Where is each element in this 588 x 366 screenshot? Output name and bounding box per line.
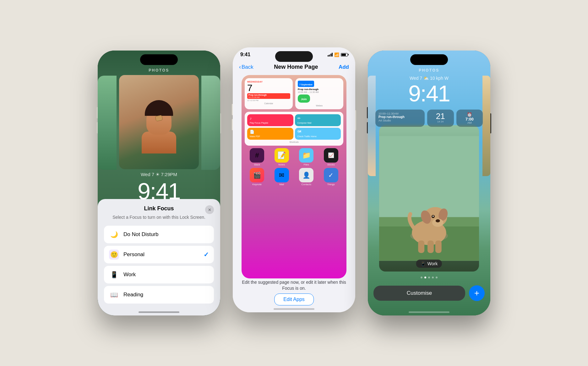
shortcut-play[interactable]: ♪ Play Focus Playlist [247, 114, 293, 126]
back-chevron-icon: ‹ [239, 64, 241, 70]
close-icon: ✕ [208, 207, 211, 212]
lockscreen-time-left: 9:41 [98, 178, 220, 205]
webex-join-label: Join [301, 98, 307, 101]
webex-date-badge: 7 September [298, 81, 314, 87]
play-icon: ♪ [250, 116, 291, 121]
modal-header: Link Focus ✕ [104, 205, 214, 212]
lockscreen-date: Wed 7 ☀ 7:29PM [98, 172, 220, 177]
shortcut-compose[interactable]: ✏ Compose Mail [295, 114, 341, 126]
focus-item-dnd[interactable]: 🌙 Do Not Disturb [104, 226, 214, 243]
svg-rect-12 [418, 240, 424, 253]
link-focus-modal: Link Focus ✕ Select a Focus to turn on w… [98, 199, 220, 315]
dot-3 [428, 277, 430, 278]
modal-subtitle: Select a Focus to turn on with this Lock… [104, 214, 214, 221]
modal-close-button[interactable]: ✕ [205, 205, 214, 214]
right-date-label: Wed 7 ⛅ 10 kph W [368, 76, 490, 81]
center-status-icons: 📶 [328, 52, 348, 57]
dynamic-island [140, 54, 178, 65]
cal-widget-label: Calendar [247, 102, 290, 105]
right-bottom-bar: Customise + [373, 285, 485, 301]
webex-event-time: 10:00 AM – 11:30 AM [298, 91, 341, 93]
compose-icon: ✏ [297, 116, 339, 121]
center-phone: 9:41 📶 ‹ Back New [233, 47, 355, 312]
app-things[interactable]: ✓ Things [324, 168, 338, 186]
focus-item-personal[interactable]: 🙂 Personal ✓ [104, 246, 214, 263]
calendar-widget-right[interactable]: 21 14 24 [427, 110, 454, 127]
work-icon: 📱 [109, 270, 119, 280]
app-mail-label: Mail [279, 183, 284, 186]
phones-container: PHOTOS Wed 7 ☀ 7:29PM 9:41 Link Focus [85, 38, 503, 328]
webex-widget[interactable]: 7 September Prop run-through 10:00 AM – … [295, 78, 343, 109]
svg-point-11 [433, 216, 434, 217]
dog-photo [379, 125, 479, 272]
work-badge-label: Work [427, 261, 438, 266]
app-mail[interactable]: ✉ Mail [275, 168, 289, 186]
side-panel-left [98, 76, 117, 170]
traffic-icon: 🗺 [297, 130, 339, 134]
side-panel-right [201, 76, 220, 170]
svg-point-9 [436, 219, 440, 223]
focus-item-reading[interactable]: 📖 Reading [104, 286, 214, 304]
left-phone: PHOTOS Wed 7 ☀ 7:29PM 9:41 Link Focus [98, 51, 220, 315]
personal-icon: 🙂 [109, 250, 119, 260]
event-name: Prop run-through [378, 115, 422, 119]
calendar-widget[interactable]: WEDNESDAY 7 Prop run-through 10–11:30 AM… [245, 78, 293, 109]
alarm-ampm: AM [467, 121, 472, 124]
app-keynote-label: Keynote [253, 183, 262, 186]
cal-day: WEDNESDAY [247, 81, 290, 83]
svg-rect-14 [435, 240, 442, 253]
personal-checkmark: ✓ [204, 251, 209, 258]
add-button[interactable]: Add [339, 64, 349, 70]
reading-icon: 📖 [109, 290, 119, 300]
home-page-preview: WEDNESDAY 7 Prop run-through 10–11:30 AM… [242, 75, 346, 278]
app-notes-label: Notes [278, 163, 285, 166]
alarm-icon: ⏰ [467, 112, 472, 117]
add-lockscreen-button[interactable]: + [469, 285, 485, 301]
pdf-icon: 📄 [250, 130, 291, 134]
shortcuts-label: Shortcuts [247, 141, 341, 143]
battery-icon [341, 53, 348, 57]
customise-button[interactable]: Customise [373, 286, 465, 301]
photos-label-right: PHOTOS [368, 68, 490, 73]
shortcut-traffic[interactable]: 🗺 Check Traffic Home [295, 128, 341, 140]
photos-label-left: PHOTOS [98, 68, 220, 73]
event-widget[interactable]: 10:00–11:30AM Prop run-through Art Studi… [375, 110, 425, 127]
webex-event-title: Prop run-through [298, 88, 341, 91]
edit-apps-label: Edit Apps [283, 297, 305, 302]
app-files[interactable]: 📁 Files [299, 148, 313, 166]
widget-row-2: ♪ Play Focus Playlist ✏ Compose Mail 📄 M… [245, 112, 343, 146]
dot-5 [436, 277, 438, 278]
cal-event-time1: 10–11:30 AM [248, 96, 289, 98]
webex-widget-label: Webex [298, 105, 341, 107]
dog-illustration [379, 125, 479, 272]
back-label: Back [242, 64, 253, 70]
apps-row-1: # Slack 📝 Notes 📁 Files 📈 Stocks [245, 148, 343, 166]
app-contacts[interactable]: 👤 Contacts [299, 168, 313, 186]
alarm-widget[interactable]: ⏰ 7:00 AM [456, 110, 483, 127]
right-time-display: 9:41 [368, 81, 490, 106]
dnd-label: Do Not Disturb [123, 231, 158, 238]
right-phone: PHOTOS Wed 7 ⛅ 10 kph W 9:41 10:00–11:30… [368, 51, 490, 315]
home-indicator-left [139, 311, 179, 313]
dot-4 [432, 277, 434, 278]
center-screen: 9:41 📶 ‹ Back New [233, 47, 355, 312]
webex-join-button[interactable]: Join [298, 94, 310, 103]
add-icon: + [474, 289, 479, 298]
play-label: Play Focus Playlist [250, 122, 291, 124]
app-slack[interactable]: # Slack [250, 148, 264, 166]
back-button[interactable]: ‹ Back [239, 64, 253, 70]
right-widgets-row: 10:00–11:30AM Prop run-through Art Studi… [375, 110, 483, 127]
app-keynote[interactable]: 🎬 Keynote [250, 168, 264, 186]
app-contacts-label: Contacts [301, 183, 311, 186]
nav-title: New Home Page [274, 64, 318, 70]
app-stocks[interactable]: 📈 Stocks [324, 148, 338, 166]
focus-item-work[interactable]: 📱 Work [104, 266, 214, 283]
shortcut-pdf[interactable]: 📄 Make PDF [247, 128, 293, 140]
shortcuts-widget[interactable]: ♪ Play Focus Playlist ✏ Compose Mail 📄 M… [245, 112, 343, 146]
edit-apps-button[interactable]: Edit Apps [274, 293, 314, 305]
alarm-time: 7:00 [466, 117, 474, 121]
right-cal-sub: 14 24 [430, 120, 451, 123]
pdf-label: Make PDF [250, 135, 291, 138]
app-files-label: Files [304, 163, 309, 166]
app-notes[interactable]: 📝 Notes [275, 148, 289, 166]
